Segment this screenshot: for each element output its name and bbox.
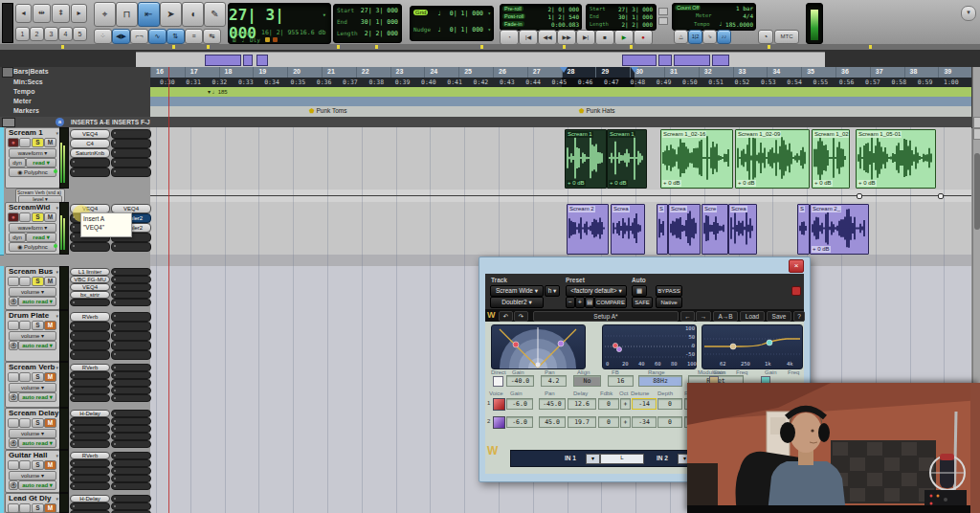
zoom-toggle-icon[interactable]: ≡ bbox=[185, 29, 203, 44]
delay-comp-label[interactable]: Dly bbox=[250, 36, 260, 43]
zoom-out-button[interactable]: ◂ bbox=[15, 4, 32, 23]
track-color-strip[interactable] bbox=[0, 189, 4, 203]
tab-transient-icon[interactable]: ◀▶ bbox=[112, 29, 130, 44]
insert-slot-ae-1[interactable] bbox=[70, 417, 110, 425]
record-enable-button[interactable]: ● bbox=[8, 138, 19, 147]
track-header-screamwid[interactable]: ScreamWid▾●SMwaveform ▾dynread ▾◉ Polyph… bbox=[5, 202, 60, 255]
ffwd-button[interactable]: ▶▶ bbox=[557, 30, 576, 45]
insert-slot-ae-4[interactable] bbox=[70, 440, 110, 448]
preset-save-icon[interactable]: ▤ bbox=[585, 297, 594, 308]
postroll-label[interactable]: Post-roll bbox=[502, 13, 525, 19]
audio-clip-purple[interactable]: Screa bbox=[728, 204, 757, 255]
insert-slot-fj-3[interactable] bbox=[111, 475, 151, 482]
track-name-dropdown-icon[interactable]: ▾ bbox=[56, 205, 58, 211]
insert-slot-ae-4[interactable] bbox=[70, 299, 110, 306]
track-blank-button[interactable] bbox=[19, 503, 31, 513]
audio-clip[interactable]: Scream 1+ 0 dB bbox=[607, 129, 647, 189]
grid-dropdown-icon[interactable]: ▾ bbox=[487, 10, 491, 16]
insert-slot-fj-3[interactable] bbox=[111, 341, 151, 350]
insert-slot-ae-3[interactable] bbox=[70, 158, 110, 167]
minsecs-ruler[interactable]: 0:300:310:320:330:340:350:360:370:380:39… bbox=[150, 78, 971, 87]
selector-tool-icon[interactable]: ⇤ bbox=[138, 2, 160, 27]
voice-2-oct-field[interactable]: + bbox=[620, 416, 631, 428]
metronome-button[interactable]: △ bbox=[674, 30, 688, 44]
rewind-button[interactable]: ◀◀ bbox=[538, 30, 557, 45]
insert-slot-ae-0[interactable]: H-Delay bbox=[70, 495, 110, 502]
automation-suspend-button[interactable]: ⓔ bbox=[9, 341, 18, 350]
insert-slot-fj-3[interactable] bbox=[111, 291, 151, 299]
voice-1-fdbk-field[interactable]: 0 bbox=[598, 398, 619, 410]
zoom-preset-2[interactable]: 2 bbox=[30, 27, 44, 41]
mirror-midi-icon[interactable]: ↹ bbox=[203, 29, 221, 44]
solo-button[interactable]: S bbox=[32, 138, 44, 147]
memory-marker-tick-4[interactable] bbox=[375, 45, 378, 49]
plugin-name-selector[interactable]: Doubler2 ▾ bbox=[490, 297, 544, 308]
voice-2-delay-field[interactable]: 19.7 bbox=[568, 416, 596, 428]
zoom-vertical-icon[interactable]: ⇞ bbox=[52, 4, 70, 23]
voice-2-pan-field[interactable]: 45.0 bbox=[539, 416, 566, 428]
insert-slot-fj-3[interactable] bbox=[111, 433, 151, 440]
scrollbar-thumb[interactable] bbox=[974, 153, 980, 230]
input-monitor-button[interactable] bbox=[8, 277, 19, 286]
insert-slot-fj-3[interactable] bbox=[111, 387, 151, 394]
insert-slot-ae-1[interactable] bbox=[70, 371, 110, 379]
track-name-dropdown-icon[interactable]: ▾ bbox=[56, 269, 58, 275]
track-blank-button[interactable] bbox=[19, 212, 31, 222]
pencil-tool-icon[interactable]: ✎ bbox=[204, 2, 226, 27]
mute-button[interactable]: M bbox=[44, 418, 56, 428]
audio-clip-purple[interactable]: Scream 2_+ 0 dB bbox=[810, 204, 869, 255]
sub-track-header[interactable]: Scream Verb (snd a)level ▾ bbox=[15, 189, 65, 203]
voice-1-detune-field[interactable]: -14 bbox=[632, 398, 657, 410]
plugin-insert-position[interactable]: h ▾ bbox=[545, 285, 560, 297]
automation-suspend-button[interactable]: ⓔ bbox=[9, 438, 18, 448]
track-blank-button[interactable] bbox=[19, 372, 31, 382]
zoom-preset-4[interactable]: 4 bbox=[58, 27, 73, 41]
marker-punk-hats[interactable]: ⬟ Punk Hats bbox=[579, 107, 614, 115]
memory-marker-tick-3[interactable] bbox=[337, 45, 340, 49]
automation-mode-selector[interactable]: auto read ▾ bbox=[18, 341, 56, 350]
insert-slot-ae-4[interactable] bbox=[70, 167, 110, 177]
audio-clip[interactable]: Scream 1_02+ 0 dB bbox=[812, 129, 850, 189]
track-view-selector[interactable]: volume ▾ bbox=[9, 383, 56, 392]
insert-slot-fj-4[interactable] bbox=[111, 350, 151, 360]
goto-end-button[interactable]: ▶| bbox=[576, 30, 595, 45]
voice-2-fdbk-field[interactable]: 0 bbox=[598, 416, 619, 428]
track-name-dropdown-icon[interactable]: ▾ bbox=[56, 365, 58, 370]
track-color-strip[interactable] bbox=[0, 202, 4, 256]
voice-2-gain-field[interactable]: -6.0 bbox=[506, 416, 533, 428]
insert-slot-fj-4[interactable] bbox=[111, 242, 151, 252]
mute-button[interactable]: M bbox=[44, 372, 56, 382]
track-view-selector[interactable]: volume ▾ bbox=[9, 429, 56, 438]
insert-slot-fj-2[interactable] bbox=[111, 379, 151, 387]
voice-1-pan-field[interactable]: -45.0 bbox=[539, 398, 566, 410]
automation-mode-selector[interactable]: auto read ▾ bbox=[18, 438, 56, 448]
transport-selection-display[interactable]: Start 27| 3| 000 End 30| 1| 000 Length 2… bbox=[586, 4, 657, 31]
insert-slot-fj-2[interactable] bbox=[111, 425, 151, 433]
direct-checkbox[interactable] bbox=[493, 376, 503, 387]
preset-plus-button[interactable]: + bbox=[575, 297, 585, 308]
midi-merge-button[interactable]: ⇘ bbox=[702, 30, 717, 44]
insert-slot-ae-2[interactable]: SaturtnKnb bbox=[70, 148, 110, 158]
track-name[interactable]: Scream Bus bbox=[6, 267, 58, 277]
audio-clip[interactable]: Scream 1_02-09+ 0 dB bbox=[735, 129, 810, 189]
insert-slot-fj-0[interactable] bbox=[111, 129, 151, 139]
grid-nudge-display[interactable]: Grid ♩ 0| 1| 000 ▾ Nudge ♩ 0| 1| 000 ▾ bbox=[410, 6, 494, 41]
insert-slot-ae-2[interactable] bbox=[70, 379, 110, 387]
countoff-button[interactable]: 1|2 bbox=[688, 30, 702, 44]
mute-button[interactable]: M bbox=[44, 460, 56, 470]
selection-end-flag[interactable] bbox=[631, 67, 638, 73]
insert-slot-fj-3[interactable] bbox=[111, 158, 151, 167]
mute-button[interactable]: M bbox=[44, 321, 56, 330]
save-button[interactable]: Save bbox=[767, 311, 791, 322]
automation-line[interactable] bbox=[150, 195, 971, 196]
memory-marker-tick-7[interactable] bbox=[630, 45, 633, 49]
ab-compare-button[interactable]: A→B bbox=[713, 311, 738, 322]
track-view-selector[interactable]: waveform ▾ bbox=[9, 148, 56, 158]
auto-suspend-icon[interactable]: a bbox=[56, 118, 64, 126]
insert-slot-fj-1[interactable] bbox=[111, 276, 151, 283]
insert-slot-ae-3[interactable] bbox=[70, 341, 110, 350]
audio-clip-purple[interactable]: Scream 2 bbox=[567, 204, 609, 255]
automation-breakpoint[interactable] bbox=[938, 193, 944, 199]
audio-clip-purple[interactable]: S bbox=[657, 204, 668, 255]
window-collapse-button[interactable] bbox=[658, 8, 668, 15]
